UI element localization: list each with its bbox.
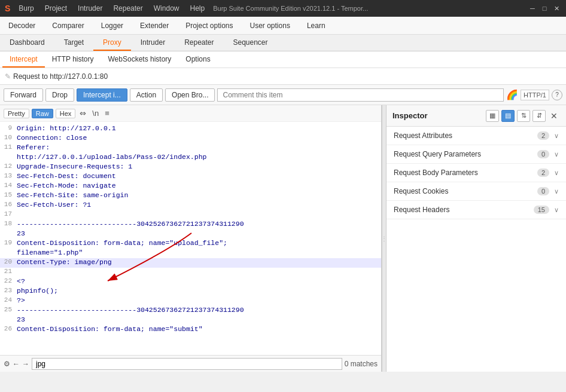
subtab-websockets[interactable]: WebSockets history (101, 52, 179, 68)
line-number (0, 153, 17, 163)
nav-decoder[interactable]: Decoder (0, 18, 44, 33)
code-line: 23phpinfo(); (0, 287, 381, 296)
open-browser-button[interactable]: Open Bro... (165, 88, 215, 102)
menu-burp[interactable]: Burp (14, 3, 38, 14)
code-line: 21 (0, 268, 381, 277)
line-content: Origin: http://127.0.0.1 (17, 124, 379, 134)
search-input[interactable] (32, 358, 342, 370)
inspector-row-request-attributes[interactable]: Request Attributes 2 ∨ (387, 127, 566, 145)
line-content: 23 (17, 316, 379, 325)
tab-intruder[interactable]: Intruder (131, 35, 175, 51)
back-icon[interactable]: ← (13, 360, 20, 368)
action-button[interactable]: Action (130, 88, 163, 102)
app-logo: S (5, 4, 10, 13)
subtab-intercept[interactable]: Intercept (2, 52, 45, 68)
edit-icon: ✎ (5, 72, 11, 81)
nav-user-options[interactable]: User options (242, 18, 299, 33)
menu-help[interactable]: Help (185, 3, 209, 14)
line-content: Upgrade-Insecure-Requests: 1 (17, 163, 379, 172)
line-number: 11 (0, 143, 17, 153)
newline-icon[interactable]: \n (90, 108, 101, 118)
code-line: 9Origin: http://127.0.0.1 (0, 124, 381, 134)
forward-nav-icon[interactable]: → (22, 360, 29, 368)
nav-comparer[interactable]: Comparer (44, 18, 92, 33)
help-button[interactable]: ? (552, 90, 562, 100)
tab-sequencer[interactable]: Sequencer (224, 35, 278, 51)
pretty-button[interactable]: Pretty (4, 109, 29, 118)
inspector-count-headers: 15 (534, 206, 549, 214)
line-number: 24 (0, 296, 17, 306)
code-line: 23 (0, 229, 381, 239)
menu-icon[interactable]: ≡ (103, 108, 111, 118)
http-version-badge: HTTP/1 (521, 90, 549, 100)
line-number: 25 (0, 306, 17, 316)
code-line: 18-----------------------------304252673… (0, 220, 381, 229)
tab-dashboard[interactable]: Dashboard (0, 35, 54, 51)
inspector-count-request-attributes: 2 (537, 131, 549, 140)
inspector-row-cookies[interactable]: Request Cookies 0 ∨ (387, 182, 566, 200)
inspector-title: Inspector (392, 111, 428, 120)
line-number: 19 (0, 239, 17, 249)
subtab-http-history[interactable]: HTTP history (45, 52, 101, 68)
inspector-row-headers[interactable]: Request Headers 15 ∨ (387, 201, 566, 219)
code-line: 25-----------------------------304252673… (0, 306, 381, 316)
code-line: 11Referer: (0, 143, 381, 153)
line-number: 14 (0, 182, 17, 191)
nav-logger[interactable]: Logger (93, 18, 132, 33)
close-button[interactable]: ✕ (552, 4, 561, 13)
inspector-grid-button[interactable]: ▦ (486, 110, 499, 122)
menu-bar: Decoder Comparer Logger Extender Project… (0, 17, 566, 35)
drop-button[interactable]: Drop (45, 88, 74, 102)
menu-intruder[interactable]: Intruder (73, 3, 107, 14)
maximize-button[interactable]: □ (540, 4, 549, 13)
line-number: 20 (0, 258, 17, 268)
intercept-button[interactable]: Intercept i... (77, 88, 127, 102)
raw-button[interactable]: Raw (32, 109, 53, 118)
forward-button[interactable]: Forward (4, 88, 43, 102)
title-bar: S Burp Project Intruder Repeater Window … (0, 0, 566, 17)
line-content: Sec-Fetch-Mode: navigate (17, 182, 379, 191)
inspector-label-body-params: Request Body Parameters (394, 169, 478, 177)
hex-button[interactable]: Hex (56, 109, 76, 118)
tab-repeater[interactable]: Repeater (175, 35, 223, 51)
inspector-controls: ▦ ▤ ⇅ ⇵ ✕ (486, 110, 560, 122)
line-content: Connection: close (17, 134, 379, 143)
inspector-list-button[interactable]: ▤ (501, 110, 515, 122)
panel-splitter[interactable]: ⋮ (382, 105, 387, 372)
comment-input[interactable] (217, 88, 504, 102)
nav-learn[interactable]: Learn (299, 18, 334, 33)
wrap-icon[interactable]: ⇔ (78, 108, 88, 118)
menu-window[interactable]: Window (149, 3, 184, 14)
subtab-options[interactable]: Options (178, 52, 217, 68)
line-content: Content-Type: image/png (17, 258, 379, 268)
tab-target[interactable]: Target (54, 35, 93, 51)
inspector-sort-asc-button[interactable]: ⇅ (517, 110, 530, 122)
code-editor[interactable]: 9Origin: http://127.0.0.110Connection: c… (0, 122, 381, 355)
nav-extender[interactable]: Extender (132, 18, 177, 33)
tab-proxy[interactable]: Proxy (93, 35, 131, 51)
line-number: 15 (0, 191, 17, 201)
code-line: 12Upgrade-Insecure-Requests: 1 (0, 163, 381, 172)
nav-project-options[interactable]: Project options (177, 18, 241, 33)
line-content: filename="1.php" (17, 249, 379, 258)
inspector-section-headers: Request Headers 15 ∨ (387, 201, 566, 219)
inspector-section-query-params: Request Query Parameters 0 ∨ (387, 145, 566, 164)
inspector-row-body-params[interactable]: Request Body Parameters 2 ∨ (387, 164, 566, 182)
code-line: 23 (0, 316, 381, 325)
inspector-row-query-params[interactable]: Request Query Parameters 0 ∨ (387, 145, 566, 163)
line-content: Content-Disposition: form-data; name="su… (17, 325, 379, 335)
inspector-close-button[interactable]: ✕ (548, 111, 560, 121)
line-number: 18 (0, 220, 17, 229)
menu-repeater[interactable]: Repeater (108, 3, 147, 14)
settings-icon[interactable]: ⚙ (4, 360, 10, 368)
code-line: 14Sec-Fetch-Mode: navigate (0, 182, 381, 191)
line-content: <? (17, 277, 379, 287)
line-number: 26 (0, 325, 17, 335)
minimize-button[interactable]: ─ (528, 4, 537, 13)
line-number: 17 (0, 210, 17, 220)
chevron-down-icon: ∨ (554, 132, 559, 140)
inspector-sort-desc-button[interactable]: ⇵ (532, 110, 546, 122)
line-number: 13 (0, 172, 17, 182)
line-number: 16 (0, 201, 17, 210)
menu-project[interactable]: Project (40, 3, 72, 14)
